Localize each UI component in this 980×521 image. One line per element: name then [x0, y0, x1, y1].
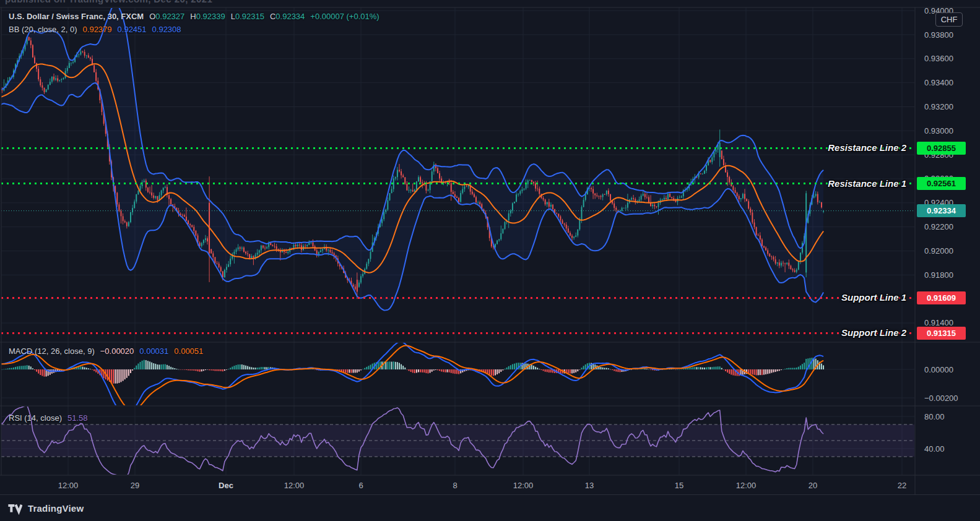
ohlc-high: H0.92339: [190, 12, 225, 21]
chart-canvas[interactable]: 0.940000.938000.936000.934000.932000.930…: [0, 0, 980, 495]
resistance-line-1-label[interactable]: Resistance Line 1: [828, 177, 906, 191]
svg-text:0.91800: 0.91800: [924, 270, 953, 280]
svg-text:0.93800: 0.93800: [924, 30, 953, 40]
svg-text:0.00000: 0.00000: [924, 365, 953, 374]
support-line-2-label[interactable]: Support Line 2: [841, 326, 906, 340]
svg-text:40.00: 40.00: [924, 444, 945, 454]
currency-badge[interactable]: CHF: [935, 12, 963, 27]
svg-text:12:00: 12:00: [513, 481, 534, 490]
svg-text:29: 29: [131, 481, 139, 490]
svg-text:12:00: 12:00: [58, 481, 79, 490]
tradingview-logo-icon[interactable]: [7, 501, 22, 515]
last-price-badge[interactable]: 0.92334: [917, 204, 966, 217]
support-line-1-label[interactable]: Support Line 1: [841, 291, 906, 304]
rsi-label: RSI (14, close): [9, 413, 62, 423]
macd-hist-value: −0.00020: [100, 347, 134, 356]
brand-name[interactable]: TradingView: [28, 503, 84, 514]
ohlc-open: O0.92327: [149, 12, 184, 21]
svg-text:15: 15: [675, 481, 683, 490]
price-change: +0.00007 (+0.01%): [310, 12, 379, 21]
tradingview-chart-window: 0.940000.938000.936000.934000.932000.930…: [0, 0, 980, 521]
resistance-line-2-label[interactable]: Resistance Line 2: [828, 141, 906, 155]
svg-text:20: 20: [809, 481, 817, 490]
ohlc-low: L0.92315: [231, 12, 264, 21]
macd-line-value: 0.00031: [139, 347, 168, 356]
svg-text:0.92200: 0.92200: [924, 222, 953, 231]
svg-text:13: 13: [585, 481, 594, 490]
ohlc-close: C0.92334: [270, 12, 305, 21]
bb-label: BB (20, close, 2, 0): [9, 25, 77, 34]
rsi-legend[interactable]: RSI (14, close) 51.58: [9, 413, 88, 423]
svg-text:12:00: 12:00: [284, 481, 305, 490]
svg-text:0.93200: 0.93200: [924, 102, 953, 111]
svg-text:−0.00200: −0.00200: [924, 394, 958, 403]
resistance-line-2-badge[interactable]: 0.92855: [917, 142, 966, 155]
svg-text:Dec: Dec: [219, 481, 233, 490]
bb-upper-value: 0.92451: [118, 25, 147, 34]
symbol-legend[interactable]: U.S. Dollar / Swiss Franc, 30, FXCM O0.9…: [9, 12, 379, 21]
symbol-title[interactable]: U.S. Dollar / Swiss Franc, 30, FXCM: [9, 12, 144, 21]
svg-text:0.92000: 0.92000: [924, 246, 953, 256]
svg-text:0.93600: 0.93600: [924, 54, 953, 63]
svg-text:80.00: 80.00: [924, 412, 945, 421]
footer-bar: TradingView: [0, 495, 980, 521]
svg-text:6: 6: [358, 481, 363, 490]
macd-signal-value: 0.00051: [174, 347, 203, 356]
support-line-1-badge[interactable]: 0.91609: [917, 291, 966, 304]
support-line-2-badge[interactable]: 0.91315: [917, 327, 966, 340]
resistance-line-1-badge[interactable]: 0.92561: [917, 177, 966, 190]
svg-text:22: 22: [898, 481, 906, 490]
svg-text:12:00: 12:00: [736, 481, 757, 490]
macd-label: MACD (12, 26, close, 9): [9, 347, 95, 356]
svg-text:0.93400: 0.93400: [924, 78, 953, 87]
bb-lower-value: 0.92308: [152, 25, 181, 34]
bb-legend[interactable]: BB (20, close, 2, 0) 0.92379 0.92451 0.9…: [9, 25, 181, 34]
svg-text:0.93000: 0.93000: [924, 126, 953, 136]
svg-text:8: 8: [453, 481, 457, 490]
rsi-value: 51.58: [67, 413, 88, 423]
macd-legend[interactable]: MACD (12, 26, close, 9) −0.00020 0.00031…: [9, 347, 203, 356]
bb-basis-value: 0.92379: [83, 25, 112, 34]
